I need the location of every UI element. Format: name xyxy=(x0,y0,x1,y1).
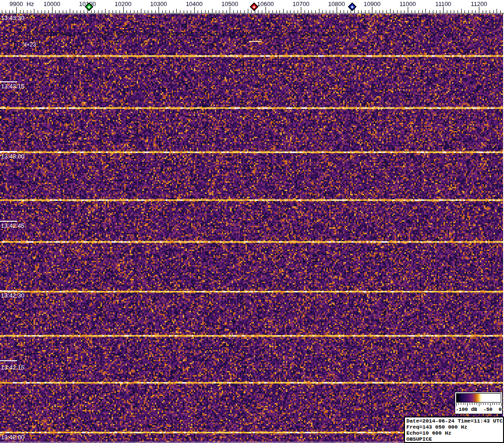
time-label: 13:43:15 xyxy=(1,83,25,90)
info-echo-freq: Echo=10 600 Hz xyxy=(406,430,503,436)
colorbar-label-min: -100 dB xyxy=(456,407,477,412)
time-label: 13:43:30 xyxy=(1,14,25,21)
station-info-box: Date=2014-06-24 Time=11:43 UTC Freq=143 … xyxy=(404,417,504,443)
marker-center-dot xyxy=(253,6,256,8)
time-label: 13:42:00 xyxy=(1,434,25,441)
colorbar-legend[interactable]: -100 dB -50 0 xyxy=(455,392,503,414)
time-label: 13:42:45 xyxy=(1,222,25,229)
info-date-time: Date=2014-06-24 Time=11:43 UTC xyxy=(406,418,503,424)
info-station-name: OBSUPICE xyxy=(406,436,503,442)
info-frequency: Freq=143 050 000 Hz xyxy=(406,424,503,430)
colorbar-label-mid: -50 xyxy=(483,407,492,412)
marker-center-dot xyxy=(88,6,91,8)
waterfall-display: 20140624114323816 hCnt21 nb-85 f10575 hi… xyxy=(0,14,504,443)
meteor-spectrogram-app: 20140624114323816 hCnt21 nb-85 f10575 hi… xyxy=(0,0,504,443)
colorbar-labels: -100 dB -50 0 xyxy=(455,407,502,412)
colorbar-ticks xyxy=(455,403,502,407)
frequency-ruler[interactable] xyxy=(0,0,504,14)
trigger-annotation: ^t+23 xyxy=(22,41,36,48)
colorbar-gradient xyxy=(456,393,501,403)
time-label: 13:43:00 xyxy=(1,153,25,160)
time-label: 13:42:30 xyxy=(1,292,25,299)
event-annotation: 20140624114323816 hCnt21 nb-85 f10575 hi… xyxy=(26,31,348,37)
marker-center-dot xyxy=(351,6,354,8)
time-label: 13:42:15 xyxy=(1,364,25,371)
spectrogram-canvas[interactable] xyxy=(0,14,504,443)
colorbar-label-max: 0 xyxy=(498,407,502,412)
